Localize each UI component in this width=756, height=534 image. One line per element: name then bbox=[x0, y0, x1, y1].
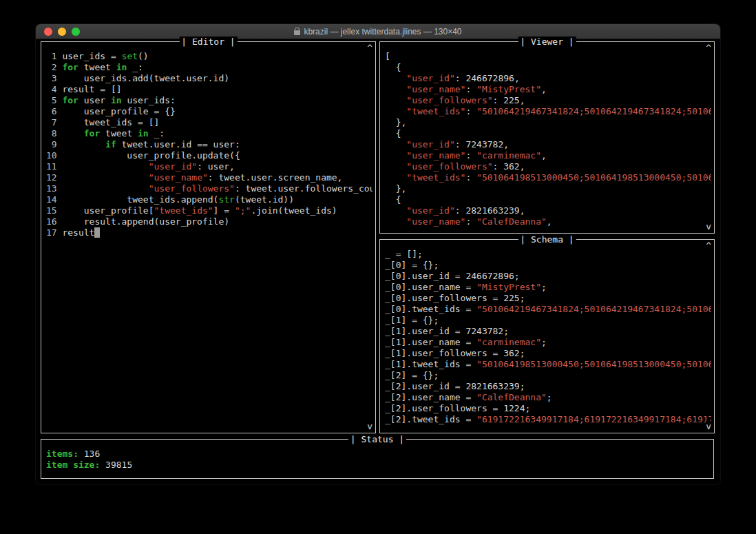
status-pane-title: | Status | bbox=[348, 434, 406, 445]
viewer-json-line: "user_followers": 362, bbox=[385, 161, 711, 172]
line-number: 7 bbox=[46, 117, 57, 128]
lock-icon bbox=[294, 30, 300, 35]
viewer-scroll-up-indicator[interactable]: ^ bbox=[706, 43, 711, 54]
viewer-json-line: "user_name": "MistyPrest", bbox=[385, 84, 711, 95]
line-number: 12 bbox=[46, 172, 57, 183]
window-title: kbrazil — jellex twitterdata.jlines — 13… bbox=[294, 27, 461, 37]
status-line: items: 136 bbox=[46, 449, 711, 460]
schema-scroll-up-indicator[interactable]: ^ bbox=[706, 240, 711, 251]
viewer-json-line: "user_id": 7243782, bbox=[385, 139, 711, 150]
schema-line: _[1].tweet_ids = "501064198513000450;501… bbox=[385, 359, 711, 370]
viewer-scroll-down-indicator[interactable]: v bbox=[706, 221, 711, 232]
titlebar[interactable]: kbrazil — jellex twitterdata.jlines — 13… bbox=[36, 24, 720, 39]
editor-code-line: 12 "user_name": tweet.user.screen_name, bbox=[46, 172, 372, 183]
line-number: 13 bbox=[46, 183, 57, 194]
viewer-json-line: "user_id": 246672896, bbox=[385, 73, 711, 84]
editor-pane-title: | Editor | bbox=[179, 37, 237, 48]
editor-code-line: 9 if tweet.user.id == user: bbox=[46, 139, 372, 150]
schema-pane-title: | Schema | bbox=[518, 234, 576, 245]
status-content: items: 136item size: 39815 bbox=[41, 440, 713, 478]
line-number: 14 bbox=[46, 194, 57, 205]
close-button[interactable] bbox=[44, 28, 52, 36]
viewer-json-line: "user_name": "CalefDeanna", bbox=[385, 216, 711, 227]
schema-line: _[1].user_name = "carminemac"; bbox=[385, 337, 711, 348]
schema-line: _[2].user_followers = 1224; bbox=[385, 403, 711, 414]
viewer-json-line: { bbox=[385, 194, 711, 205]
schema-scroll-down-indicator[interactable]: v bbox=[706, 421, 711, 432]
schema-pane[interactable]: | Schema | ^ v _ = [];_[0] = {};_[0].use… bbox=[379, 239, 715, 433]
schema-line: _[1].user_id = 7243782; bbox=[385, 326, 711, 337]
window-title-text: kbrazil — jellex twitterdata.jlines — 13… bbox=[304, 27, 461, 37]
editor-code-line: 15 user_profile["tweet_ids"] = ";".join(… bbox=[46, 205, 372, 216]
schema-line: _[0].user_name = "MistyPrest"; bbox=[385, 282, 711, 293]
editor-pane[interactable]: | Editor | ^ v 1user_ids = set()2for twe… bbox=[41, 41, 376, 433]
editor-code-line: 10 user_profile.update({ bbox=[46, 150, 372, 161]
line-number: 2 bbox=[46, 62, 57, 73]
line-number: 15 bbox=[46, 205, 57, 216]
viewer-json-line: }, bbox=[385, 183, 711, 194]
viewer-json-line: { bbox=[385, 62, 711, 73]
schema-line: _[2].user_id = 2821663239; bbox=[385, 381, 711, 392]
schema-line: _[2].user_name = "CalefDeanna"; bbox=[385, 392, 711, 403]
schema-line: _[0] = {}; bbox=[385, 260, 711, 271]
editor-code-line: 5for user in user_ids: bbox=[46, 95, 372, 106]
terminal-window: kbrazil — jellex twitterdata.jlines — 13… bbox=[36, 24, 720, 484]
line-number: 4 bbox=[46, 84, 57, 95]
editor-code-line: 8 for tweet in _: bbox=[46, 128, 372, 139]
editor-code-line: 1user_ids = set() bbox=[46, 51, 372, 62]
schema-line: _[1] = {}; bbox=[385, 315, 711, 326]
viewer-content: [ { "user_id": 246672896, "user_name": "… bbox=[380, 42, 714, 233]
editor-code-line: 14 tweet_ids.append(str(tweet.id)) bbox=[46, 194, 372, 205]
viewer-json-line: { bbox=[385, 128, 711, 139]
zoom-button[interactable] bbox=[72, 28, 80, 36]
line-number: 11 bbox=[46, 161, 57, 172]
viewer-json-line: "tweet_ids": "501064198513000450;5010641… bbox=[385, 172, 711, 183]
viewer-pane-title: | Viewer | bbox=[518, 37, 576, 48]
schema-line: _[0].user_followers = 225; bbox=[385, 293, 711, 304]
schema-line: _[0].tweet_ids = "501064219467341824;501… bbox=[385, 304, 711, 315]
line-number: 3 bbox=[46, 73, 57, 84]
editor-code[interactable]: 1user_ids = set()2for tweet in _:3 user_… bbox=[41, 42, 375, 433]
editor-code-line: 4result = [] bbox=[46, 84, 372, 95]
editor-code-line: 13 "user_followers": tweet.user.follower… bbox=[46, 183, 372, 194]
schema-line: _[2] = {}; bbox=[385, 370, 711, 381]
viewer-json-line: [ bbox=[385, 51, 711, 62]
terminal-content: | Editor | ^ v 1user_ids = set()2for twe… bbox=[36, 39, 720, 484]
line-number: 16 bbox=[46, 216, 57, 227]
minimize-button[interactable] bbox=[58, 28, 66, 36]
schema-line: _[1].user_followers = 362; bbox=[385, 348, 711, 359]
editor-code-line: 11 "user_id": user, bbox=[46, 161, 372, 172]
viewer-json-line: "tweet_ids": "501064219467341824;5010642… bbox=[385, 106, 711, 117]
line-number: 9 bbox=[46, 139, 57, 150]
viewer-pane[interactable]: | Viewer | ^ v [ { "user_id": 246672896,… bbox=[379, 41, 715, 234]
status-pane: | Status | items: 136item size: 39815 bbox=[41, 439, 714, 479]
editor-code-line: 17result bbox=[46, 227, 372, 238]
schema-line: _[0].user_id = 246672896; bbox=[385, 271, 711, 282]
schema-line: _ = []; bbox=[385, 249, 711, 260]
line-number: 10 bbox=[46, 150, 57, 161]
editor-code-line: 7 tweet_ids = [] bbox=[46, 117, 372, 128]
editor-code-line: 16 result.append(user_profile) bbox=[46, 216, 372, 227]
viewer-json-line: "user_name": "carminemac", bbox=[385, 150, 711, 161]
viewer-json-line: "user_followers": 225, bbox=[385, 95, 711, 106]
window-controls bbox=[44, 28, 80, 36]
line-number: 8 bbox=[46, 128, 57, 139]
editor-code-line: 6 user_profile = {} bbox=[46, 106, 372, 117]
status-line: item size: 39815 bbox=[46, 460, 711, 471]
line-number: 1 bbox=[46, 51, 57, 62]
editor-scroll-down-indicator[interactable]: v bbox=[367, 421, 372, 432]
schema-content: _ = [];_[0] = {};_[0].user_id = 24667289… bbox=[380, 240, 714, 433]
editor-code-line: 3 user_ids.add(tweet.user.id) bbox=[46, 73, 372, 84]
editor-code-line: 2for tweet in _: bbox=[46, 62, 372, 73]
line-number: 6 bbox=[46, 106, 57, 117]
line-number: 5 bbox=[46, 95, 57, 106]
viewer-json-line: "user_id": 2821663239, bbox=[385, 205, 711, 216]
editor-scroll-up-indicator[interactable]: ^ bbox=[367, 43, 372, 54]
line-number: 17 bbox=[46, 227, 57, 238]
schema-line: _[2].tweet_ids = "619172216349917184;619… bbox=[385, 414, 711, 425]
viewer-json-line: }, bbox=[385, 117, 711, 128]
